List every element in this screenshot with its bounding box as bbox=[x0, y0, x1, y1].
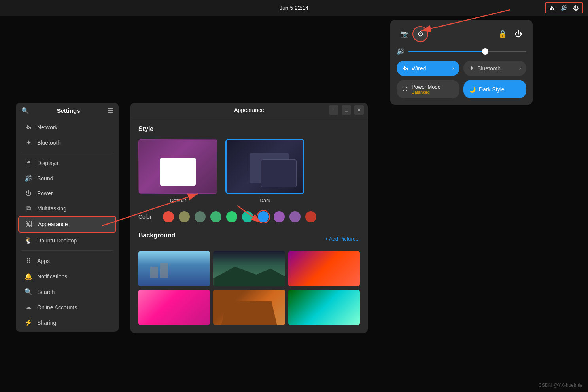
qp-bottom-row: ⏱ Power Mode Balanced 🌙 Dark Style bbox=[397, 80, 526, 98]
sidebar-item-sharing[interactable]: ⚡ Sharing bbox=[18, 315, 116, 330]
dark-style-icon: 🌙 bbox=[469, 86, 476, 93]
color-row: Color bbox=[138, 211, 360, 222]
folder-default-preview bbox=[160, 158, 196, 186]
style-option-default[interactable]: Default bbox=[138, 139, 217, 203]
bg-thumb-5[interactable] bbox=[213, 290, 285, 325]
appearance-window: Appearance － □ ✕ Style Default Dark bbox=[130, 103, 368, 333]
sidebar-item-ubuntu-desktop[interactable]: 🐧 Ubuntu Desktop bbox=[18, 233, 116, 248]
sidebar-item-apps[interactable]: ⠿ Apps bbox=[18, 253, 116, 269]
search-label: Search bbox=[37, 289, 55, 295]
multitasking-icon: ⧉ bbox=[25, 205, 32, 212]
color-dot-emerald[interactable] bbox=[226, 211, 237, 222]
ubuntu-desktop-icon: 🐧 bbox=[25, 237, 32, 244]
style-preview-default[interactable] bbox=[138, 139, 217, 194]
volume-row: 🔊 bbox=[397, 47, 526, 55]
power-mode-sub: Balanced bbox=[412, 90, 441, 95]
notifications-icon: 🔔 bbox=[25, 273, 32, 280]
bg-thumb-4[interactable] bbox=[138, 290, 210, 325]
datetime: Jun 5 22:14 bbox=[280, 5, 308, 11]
sidebar-item-notifications[interactable]: 🔔 Notifications bbox=[18, 269, 116, 284]
displays-label: Displays bbox=[37, 160, 58, 166]
appearance-label: Appearance bbox=[38, 221, 68, 227]
notifications-label: Notifications bbox=[37, 273, 67, 280]
displays-icon: 🖥 bbox=[25, 159, 32, 167]
qp-network-row: 🖧 Wired › ✦ Bluetooth › bbox=[397, 61, 526, 76]
color-dot-green[interactable] bbox=[210, 211, 221, 222]
wired-label: Wired bbox=[412, 65, 426, 72]
volume-fill bbox=[408, 51, 485, 52]
volume-icon: 🔊 bbox=[397, 47, 405, 55]
quick-panel-top-row: 📷 ⚙ 🔒 ⏻ bbox=[397, 26, 526, 42]
color-dot-red[interactable] bbox=[305, 211, 316, 222]
bg-thumb-6[interactable] bbox=[288, 290, 360, 325]
sidebar-item-appearance[interactable]: 🖼 Appearance bbox=[18, 216, 116, 233]
dark-style-label: Dark Style bbox=[479, 86, 505, 93]
sidebar-item-search[interactable]: 🔍 Search bbox=[18, 284, 116, 299]
volume-tray-icon[interactable]: 🔊 bbox=[559, 4, 569, 12]
minimize-btn[interactable]: － bbox=[329, 105, 338, 115]
sidebar-item-bluetooth[interactable]: ✦ Bluetooth bbox=[18, 135, 116, 150]
appearance-window-title: Appearance bbox=[136, 107, 362, 113]
sidebar-item-power[interactable]: ⏻ Power bbox=[18, 186, 116, 201]
sidebar-item-online-accounts[interactable]: ☁ Online Accounts bbox=[18, 299, 116, 315]
appearance-icon: 🖼 bbox=[25, 221, 33, 228]
color-dot-teal[interactable] bbox=[242, 211, 253, 222]
settings-window: 🔍 Settings ☰ 🖧 Network ✦ Bluetooth 🖥 Dis… bbox=[16, 103, 119, 332]
qp-lock-btn[interactable]: 🔒 bbox=[495, 26, 510, 42]
bg-thumb-2[interactable] bbox=[213, 251, 285, 286]
topbar-system-icons[interactable]: 🖧 🔊 ⏻ bbox=[545, 2, 583, 13]
sidebar-item-multitasking[interactable]: ⧉ Multitasking bbox=[18, 201, 116, 216]
qp-dark-style-btn[interactable]: 🌙 Dark Style bbox=[463, 80, 526, 98]
appearance-titlebar: Appearance － □ ✕ bbox=[130, 103, 368, 117]
power-mode-text: Power Mode Balanced bbox=[412, 84, 441, 95]
style-preview-dark[interactable] bbox=[225, 139, 304, 194]
color-dot-orange[interactable] bbox=[163, 211, 174, 222]
maximize-btn[interactable]: □ bbox=[342, 105, 351, 115]
sharing-icon: ⚡ bbox=[25, 319, 32, 326]
color-dot-blue[interactable] bbox=[258, 211, 269, 222]
settings-menu-icon[interactable]: ☰ bbox=[108, 107, 113, 114]
qp-wired-btn[interactable]: 🖧 Wired › bbox=[397, 61, 459, 76]
qp-power-mode-btn[interactable]: ⏱ Power Mode Balanced bbox=[397, 80, 459, 98]
style-option-dark[interactable]: Dark bbox=[225, 139, 304, 203]
qp-power-btn[interactable]: ⏻ bbox=[510, 26, 526, 42]
ubuntu-desktop-label: Ubuntu Desktop bbox=[37, 237, 77, 244]
online-accounts-icon: ☁ bbox=[25, 303, 32, 311]
bluetooth-label: Bluetooth bbox=[477, 65, 501, 72]
network-tray-icon[interactable]: 🖧 bbox=[548, 4, 557, 12]
network-label: Network bbox=[37, 124, 57, 131]
divider-2 bbox=[21, 250, 113, 251]
background-grid bbox=[138, 251, 360, 325]
quick-panel: 📷 ⚙ 🔒 ⏻ 🔊 🖧 Wired › ✦ Bluetooth › ⏱ Powe… bbox=[390, 20, 533, 105]
power-mode-title: Power Mode bbox=[412, 84, 441, 90]
divider-1 bbox=[21, 153, 113, 153]
search-sidebar-icon: 🔍 bbox=[25, 288, 32, 295]
qp-bluetooth-btn[interactable]: ✦ Bluetooth › bbox=[463, 61, 526, 76]
sidebar-item-sound[interactable]: 🔊 Sound bbox=[18, 170, 116, 186]
apps-icon: ⠿ bbox=[25, 257, 32, 265]
apps-label: Apps bbox=[37, 258, 50, 264]
add-picture-btn[interactable]: + Add Picture... bbox=[325, 236, 360, 242]
bg-thumb-1[interactable] bbox=[138, 251, 210, 286]
sound-label: Sound bbox=[37, 175, 53, 182]
top-bar: Jun 5 22:14 🖧 🔊 ⏻ bbox=[0, 0, 588, 16]
color-dot-sage[interactable] bbox=[195, 211, 206, 222]
qp-settings-btn[interactable]: ⚙ bbox=[412, 26, 428, 42]
style-section-title: Style bbox=[138, 125, 360, 133]
settings-window-title: Settings bbox=[33, 107, 104, 114]
default-style-label: Default bbox=[170, 197, 186, 203]
color-dot-violet[interactable] bbox=[289, 211, 301, 222]
settings-search-icon[interactable]: 🔍 bbox=[21, 107, 29, 114]
power-tray-icon[interactable]: ⏻ bbox=[571, 4, 580, 12]
sound-icon: 🔊 bbox=[25, 174, 32, 182]
qp-screenshot-btn[interactable]: 📷 bbox=[397, 26, 412, 42]
color-dot-purple[interactable] bbox=[274, 211, 285, 222]
volume-slider[interactable] bbox=[408, 51, 526, 52]
bg-thumb-3[interactable] bbox=[288, 251, 360, 286]
sidebar-item-displays[interactable]: 🖥 Displays bbox=[18, 155, 116, 170]
network-icon: 🖧 bbox=[25, 124, 32, 131]
sidebar-item-network[interactable]: 🖧 Network bbox=[18, 120, 116, 135]
close-btn[interactable]: ✕ bbox=[354, 105, 364, 115]
online-accounts-label: Online Accounts bbox=[37, 304, 77, 311]
color-dot-olive[interactable] bbox=[179, 211, 190, 222]
